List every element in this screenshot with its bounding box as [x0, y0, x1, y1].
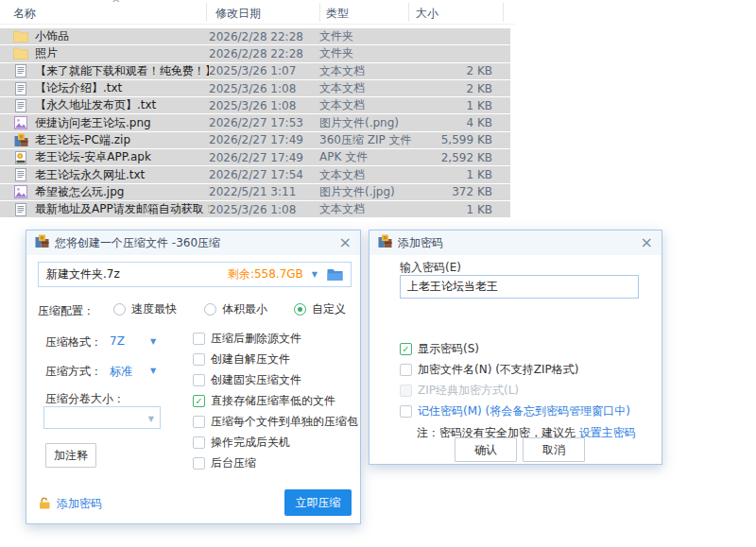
file-row[interactable]: 希望被怎么玩.jpg 2022/5/21 3:11 图片文件(.jpg) 372…	[0, 184, 510, 200]
checkbox-checked-icon: ✓	[400, 343, 412, 355]
dialog-titlebar[interactable]: 添加密码 ×	[369, 231, 662, 255]
file-row[interactable]: 便捷访问老王论坛.png 2026/2/27 17:53 图片文件(.png) …	[0, 114, 510, 130]
volume-size-label: 压缩分卷大小：	[45, 391, 125, 407]
checkbox-background-compress[interactable]: 后台压缩	[193, 455, 256, 471]
dialog-titlebar[interactable]: 您将创建一个压缩文件 -360压缩 ×	[26, 231, 360, 255]
file-row[interactable]: 最新地址及APP请发邮箱自动获取！！！.... 2025/3/26 1:08 文…	[0, 201, 510, 217]
lock-icon	[38, 497, 51, 512]
folder-icon	[13, 29, 28, 43]
archive-filename-input[interactable]: 新建文件夹.7z 剩余:558.7GB ▼	[38, 262, 352, 287]
folder-icon	[13, 46, 28, 60]
add-comment-button[interactable]: 加注释	[45, 443, 96, 468]
column-divider	[408, 3, 409, 22]
file-list-header: 名称 ^ 修改日期 类型 大小	[0, 0, 515, 25]
chevron-down-icon: ▼	[148, 415, 154, 423]
checkbox-icon	[193, 416, 205, 428]
column-header-name[interactable]: 名称	[13, 6, 36, 22]
format-label: 压缩格式：	[45, 334, 102, 350]
zip-file-icon	[13, 133, 28, 147]
chevron-down-icon[interactable]: ▼	[150, 367, 156, 375]
text-file-icon	[13, 202, 28, 216]
browse-folder-icon[interactable]	[318, 268, 343, 282]
format-value[interactable]: 7Z	[110, 334, 125, 348]
radio-custom[interactable]: 自定义	[294, 301, 346, 317]
config-label: 压缩配置：	[38, 303, 94, 319]
column-header-date[interactable]: 修改日期	[215, 6, 261, 22]
checkbox-icon	[193, 353, 205, 366]
file-row[interactable]: 照片 2026/2/28 22:28 文件夹	[0, 45, 510, 61]
text-file-icon	[13, 98, 28, 112]
app-360zip-icon	[35, 234, 49, 251]
image-file-icon	[13, 116, 28, 130]
sort-ascending-icon[interactable]: ^	[112, 0, 120, 9]
file-row[interactable]: 【永久地址发布页】.txt 2025/3/26 1:08 文本文档 1 KB	[0, 97, 510, 113]
file-row[interactable]: 老王论坛-安卓APP.apk 2026/2/27 17:49 APK 文件 2,…	[0, 149, 510, 165]
checkbox-icon	[193, 457, 205, 470]
close-icon[interactable]: ×	[641, 235, 653, 250]
checkbox-icon	[400, 364, 412, 376]
column-divider	[206, 3, 207, 22]
create-archive-dialog: 您将创建一个压缩文件 -360压缩 × 新建文件夹.7z 剩余:558.7GB …	[26, 230, 361, 524]
checkbox-encrypt-filenames[interactable]: 加密文件名(N) (不支持ZIP格式)	[400, 362, 579, 378]
radio-fastest-speed[interactable]: 速度最快	[113, 301, 177, 317]
checkbox-icon	[193, 374, 205, 386]
file-list: 小饰品 2026/2/28 22:28 文件夹 照片 2026/2/28 22:…	[0, 28, 510, 218]
desktop: 名称 ^ 修改日期 类型 大小 小饰品 2026/2/28 22:28 文件夹 …	[0, 0, 756, 547]
column-divider	[319, 3, 320, 22]
checkbox-show-password[interactable]: ✓显示密码(S)	[400, 341, 479, 357]
set-master-password-link[interactable]: 设置主密码	[579, 426, 636, 439]
dialog-title: 您将创建一个压缩文件 -360压缩	[55, 235, 334, 251]
radio-smallest-size[interactable]: 体积最小	[204, 301, 267, 317]
checkbox-shutdown-after[interactable]: 操作完成后关机	[193, 435, 290, 451]
password-input-label: 输入密码(E)	[400, 260, 461, 276]
method-value[interactable]: 标准	[110, 364, 132, 380]
method-label: 压缩方式：	[45, 364, 102, 380]
confirm-button[interactable]: 确认	[455, 437, 517, 462]
free-space-label: 剩余:558.7GB	[228, 266, 303, 282]
column-header-size[interactable]: 大小	[416, 6, 438, 22]
checkbox-zip-classic-encryption: ZIP经典加密方式(L)	[400, 383, 519, 399]
file-row[interactable]: 【来了就能下载和观看！纯免费！】.txt 2025/3/26 1:07 文本文档…	[0, 63, 510, 79]
checkbox-remember-password[interactable]: 记住密码(M) (将会备忘到密码管理窗口中)	[400, 403, 630, 419]
file-row[interactable]: 老王论坛永久网址.txt 2026/2/27 17:54 文本文档 1 KB	[0, 166, 510, 182]
image-file-icon	[13, 185, 28, 199]
column-header-type[interactable]: 类型	[326, 6, 349, 22]
compress-now-button[interactable]: 立即压缩	[284, 489, 352, 516]
cancel-button[interactable]: 取消	[523, 437, 585, 462]
checkbox-icon	[400, 405, 412, 418]
file-row[interactable]: 【论坛介绍】.txt 2025/3/26 1:08 文本文档 2 KB	[0, 80, 510, 96]
checkbox-each-file-separate[interactable]: 压缩每个文件到单独的压缩包	[193, 414, 358, 430]
checkbox-checked-icon: ✓	[193, 395, 205, 407]
volume-size-combobox[interactable]: ▼	[43, 406, 161, 429]
checkbox-disabled-icon	[400, 385, 412, 397]
app-360zip-icon	[378, 234, 392, 251]
close-icon[interactable]: ×	[339, 235, 352, 250]
column-divider	[503, 3, 504, 22]
chevron-down-icon[interactable]: ▼	[150, 337, 156, 346]
radio-icon	[204, 303, 216, 316]
radio-icon	[113, 303, 126, 316]
file-row[interactable]: 老王论坛-PC端.zip 2026/2/27 17:49 360压缩 ZIP 文…	[0, 132, 510, 148]
password-input[interactable]	[400, 275, 639, 299]
checkbox-icon	[193, 436, 205, 449]
radio-selected-icon	[294, 303, 306, 316]
text-file-icon	[13, 64, 28, 78]
dialog-title: 添加密码	[398, 235, 635, 251]
text-file-icon	[13, 81, 28, 95]
checkbox-store-low-ratio[interactable]: ✓直接存储压缩率低的文件	[193, 393, 335, 409]
add-password-dialog: 添加密码 × 输入密码(E) ✓显示密码(S) 加密文件名(N) (不支持ZIP…	[369, 230, 662, 465]
checkbox-solid-archive[interactable]: 创建固实压缩文件	[193, 372, 301, 388]
checkbox-self-extracting[interactable]: 创建自解压文件	[193, 351, 290, 368]
add-password-link[interactable]: 添加密码	[38, 496, 102, 512]
checkbox-icon	[193, 333, 205, 345]
apk-file-icon	[13, 150, 28, 164]
checkbox-delete-source[interactable]: 压缩后删除源文件	[193, 331, 301, 347]
text-file-icon	[13, 168, 28, 182]
file-row[interactable]: 小饰品 2026/2/28 22:28 文件夹	[0, 28, 510, 44]
archive-filename[interactable]: 新建文件夹.7z	[46, 266, 120, 282]
